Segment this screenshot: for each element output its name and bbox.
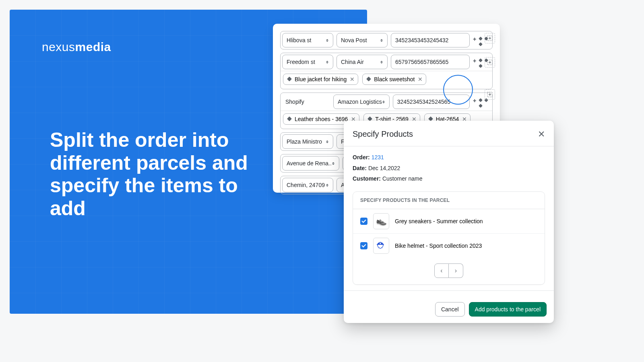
product-name: Grey sneakers - Summer collection [395,218,483,224]
add-parcel-button[interactable] [485,33,495,43]
carrier-select[interactable]: China Air [336,55,388,69]
tag-icon [479,35,483,40]
product-checkbox[interactable] [360,218,367,225]
page-prev-button[interactable]: ‹ [434,263,449,278]
address-select[interactable]: Avenue de Rena.. [282,156,339,171]
parcel-row: Hlibova st Nova Post 34523453453245432 [280,31,493,49]
tracking-input[interactable]: 34523453453245432 [391,33,470,47]
product-name: Bike helmet - Sport collection 2023 [395,243,482,249]
product-chip: Blue jacket for hiking✕ [283,74,358,85]
caret-icon [380,61,383,64]
cancel-button[interactable]: Cancel [435,302,465,317]
tag-icon [287,77,291,82]
chip-remove-icon[interactable]: ✕ [418,76,423,82]
tag-icon [479,62,483,67]
brand-logo: nexusmedia [42,40,111,54]
product-row: 👟 Grey sneakers - Summer collection [353,209,545,233]
promo-headline: Split the order into different parcels a… [50,129,259,220]
tag-icon [479,57,483,62]
plus-icon [473,35,478,40]
product-thumbnail: 👟 [373,213,389,229]
products-card: SPECIFY PRODUCTS IN THE PARCEL 👟 Grey sn… [353,191,545,285]
add-products-button[interactable]: Add products to the parcel [469,302,547,317]
add-parcel-button[interactable] [485,57,495,68]
caret-icon [326,39,329,42]
address-select[interactable]: Hlibova st [282,33,333,47]
address-select[interactable]: Chemin, 24709 [282,178,333,192]
chip-remove-icon[interactable]: ✕ [350,76,355,82]
add-parcel-button[interactable] [485,89,495,100]
carrier-select[interactable]: Amazon Logistics [333,95,390,109]
brand-bold: media [75,40,111,54]
caret-icon [326,140,329,143]
address-select[interactable]: Plaza Ministro [282,134,333,149]
order-meta: Order: 1231 Date: Dec 14,2022 Customer: … [344,146,554,188]
carrier-select[interactable]: Nova Post [336,33,388,47]
order-link[interactable]: 1231 [372,154,384,160]
parcel-row: Freedom st China Air 65797565657865565 B… [280,53,493,89]
tag-icon [366,77,371,82]
caret-icon [380,39,383,42]
address-select[interactable]: Freedom st [282,55,333,69]
page-next-button[interactable]: › [449,263,463,278]
divider [344,290,554,291]
specify-products-modal: Specify Products ✕ Order: 1231 Date: Dec… [344,121,554,323]
caret-icon [326,61,329,64]
product-checkbox[interactable] [360,242,367,249]
plus-icon [473,97,478,101]
tag-icon [287,117,291,121]
products-card-heading: SPECIFY PRODUCTS IN THE PARCEL [353,192,545,209]
tag-icon [479,97,483,101]
address-label: Shopify [281,93,332,111]
product-chip: Black sweetshot✕ [362,74,426,85]
caret-icon [382,101,385,103]
tracking-input[interactable]: 32452345342524565 [393,95,470,109]
close-icon[interactable]: ✕ [538,130,545,139]
product-row: ⛑ Bike helmet - Sport collection 2023 [353,233,545,258]
pagination: ‹ › [353,258,545,284]
plus-icon [473,57,478,62]
caret-icon [326,184,329,187]
tracking-input[interactable]: 65797565657865565 [391,55,470,69]
tag-icon [479,41,483,45]
brand-thin: nexus [42,40,75,54]
modal-title: Specify Products [353,130,413,139]
product-thumbnail: ⛑ [373,238,389,254]
tag-icon [479,102,483,107]
caret-icon [332,162,335,165]
